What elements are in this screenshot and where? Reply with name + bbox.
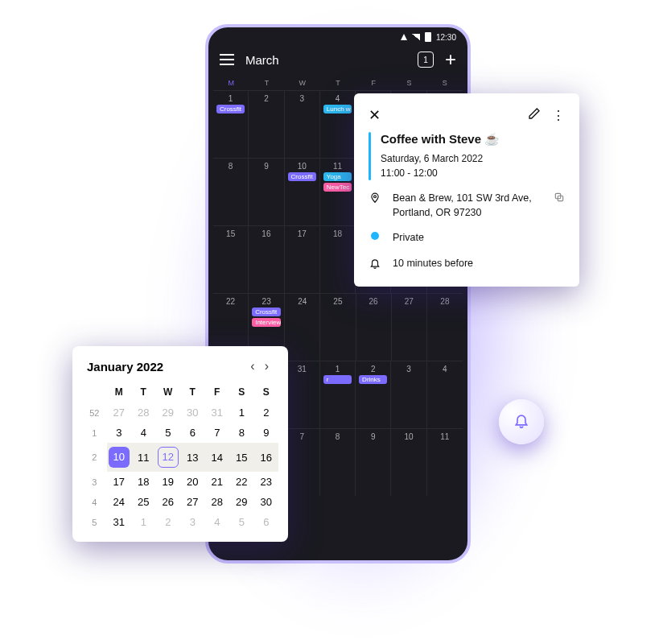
day-number: 23 bbox=[262, 297, 271, 306]
mini-day-cell[interactable]: 9 bbox=[254, 423, 279, 443]
event-chip[interactable]: Lunch w bbox=[323, 105, 352, 114]
mini-day-cell[interactable]: 7 bbox=[205, 423, 230, 443]
event-detail-popup: ✕ ⋮ Coffee with Steve ☕ Saturday, 6 Marc… bbox=[354, 93, 579, 287]
day-cell[interactable]: 2Drinks bbox=[356, 361, 391, 428]
mini-month-title[interactable]: January 2022 bbox=[87, 360, 245, 374]
mini-day-cell[interactable]: 4 bbox=[205, 512, 230, 532]
mini-day-cell[interactable]: 26 bbox=[156, 492, 181, 512]
day-cell[interactable]: 27 bbox=[392, 294, 427, 361]
mini-day-cell[interactable]: 23 bbox=[254, 472, 279, 492]
copy-icon[interactable] bbox=[554, 192, 565, 205]
mini-day-cell[interactable]: 29 bbox=[229, 492, 254, 512]
day-cell[interactable]: 11 bbox=[427, 429, 463, 496]
mini-day-cell[interactable]: 16 bbox=[254, 443, 279, 472]
mini-day-cell[interactable]: 17 bbox=[107, 472, 132, 492]
day-cell[interactable]: 4Lunch w bbox=[320, 91, 356, 158]
day-cell[interactable]: 3 bbox=[285, 91, 320, 158]
mini-day-cell[interactable]: 2 bbox=[156, 512, 181, 532]
mini-day-cell[interactable]: 10 bbox=[107, 443, 132, 472]
mini-day-cell[interactable]: 27 bbox=[180, 492, 205, 512]
mini-day-cell[interactable]: 4 bbox=[131, 423, 156, 443]
prev-month-button[interactable]: ‹ bbox=[245, 359, 259, 374]
event-reminder: 10 minutes before bbox=[393, 257, 565, 271]
mini-day-cell[interactable]: 15 bbox=[229, 443, 254, 472]
day-cell[interactable]: 9 bbox=[249, 159, 284, 225]
mini-day-cell[interactable]: 28 bbox=[205, 492, 230, 512]
mini-day-cell[interactable]: 3 bbox=[180, 512, 205, 532]
more-icon[interactable]: ⋮ bbox=[552, 108, 565, 123]
mini-day-cell[interactable]: 1 bbox=[131, 512, 156, 532]
day-cell[interactable]: 26 bbox=[356, 294, 392, 361]
add-event-button[interactable]: + bbox=[445, 50, 456, 69]
mini-day-cell[interactable]: 6 bbox=[180, 423, 205, 443]
day-cell[interactable]: 10 bbox=[391, 429, 426, 496]
day-cell[interactable]: 9 bbox=[356, 429, 391, 496]
day-cell[interactable]: 25 bbox=[320, 294, 356, 361]
mini-day-cell[interactable]: 2 bbox=[254, 402, 279, 423]
mini-day-cell[interactable]: 6 bbox=[254, 512, 279, 532]
day-cell[interactable]: 18 bbox=[320, 226, 356, 293]
mini-day-cell[interactable]: 5 bbox=[156, 423, 181, 443]
day-cell[interactable]: 31 bbox=[285, 361, 320, 428]
day-cell[interactable]: 24 bbox=[285, 294, 320, 361]
event-chip[interactable]: NewTec bbox=[323, 183, 352, 192]
day-cell[interactable]: 15 bbox=[213, 226, 249, 293]
menu-icon[interactable] bbox=[220, 54, 234, 65]
mini-day-cell[interactable]: 31 bbox=[205, 402, 230, 423]
day-cell[interactable]: 16 bbox=[249, 226, 284, 293]
day-cell[interactable]: 4 bbox=[427, 361, 463, 428]
day-cell[interactable]: 1r bbox=[320, 361, 356, 428]
mini-day-cell[interactable]: 30 bbox=[180, 402, 205, 423]
day-cell[interactable]: 17 bbox=[285, 226, 320, 293]
weekday-header: M bbox=[213, 79, 249, 87]
mini-day-cell[interactable]: 25 bbox=[131, 492, 156, 512]
mini-day-cell[interactable]: 1 bbox=[229, 402, 254, 423]
mini-day-cell[interactable]: 28 bbox=[131, 402, 156, 423]
next-month-button[interactable]: › bbox=[260, 359, 274, 374]
event-chip[interactable]: Interview bbox=[252, 318, 281, 327]
mini-day-cell[interactable]: 8 bbox=[229, 423, 254, 443]
day-cell[interactable]: 11YogaNewTec bbox=[320, 159, 356, 225]
mini-day-cell[interactable]: 18 bbox=[131, 472, 156, 492]
month-title[interactable]: March bbox=[245, 53, 406, 67]
mini-weekday-header: S bbox=[254, 382, 279, 402]
mini-day-cell[interactable]: 12 bbox=[156, 443, 181, 472]
mini-day-cell[interactable]: 14 bbox=[205, 443, 230, 472]
mini-day-cell[interactable]: 13 bbox=[180, 443, 205, 472]
mini-day-cell[interactable]: 31 bbox=[107, 512, 132, 532]
event-chip[interactable]: r bbox=[323, 375, 352, 384]
day-cell[interactable]: 1Crossfit bbox=[213, 91, 249, 158]
mini-day-cell[interactable]: 22 bbox=[229, 472, 254, 492]
weekday-header: F bbox=[356, 79, 391, 87]
event-chip[interactable]: Crossfit bbox=[216, 105, 245, 114]
edit-icon[interactable] bbox=[528, 107, 541, 123]
mini-day-cell[interactable]: 20 bbox=[180, 472, 205, 492]
day-cell[interactable]: 2 bbox=[249, 91, 284, 158]
day-number: 7 bbox=[299, 432, 304, 441]
mini-day-cell[interactable]: 3 bbox=[107, 423, 132, 443]
day-cell[interactable]: 10Crossfit bbox=[285, 159, 320, 225]
day-cell[interactable]: 7 bbox=[285, 429, 320, 496]
mini-day-cell[interactable]: 21 bbox=[205, 472, 230, 492]
event-chip[interactable]: Crossfit bbox=[288, 172, 316, 181]
mini-weekday-header: S bbox=[229, 382, 254, 402]
day-number: 2 bbox=[264, 94, 269, 103]
day-cell[interactable]: 8 bbox=[320, 429, 356, 496]
event-chip[interactable]: Crossfit bbox=[252, 308, 281, 316]
close-icon[interactable]: ✕ bbox=[369, 106, 517, 124]
mini-day-cell[interactable]: 30 bbox=[254, 492, 279, 512]
mini-day-cell[interactable]: 29 bbox=[156, 402, 181, 423]
mini-day-cell[interactable]: 27 bbox=[107, 402, 132, 423]
mini-day-cell[interactable]: 24 bbox=[107, 492, 132, 512]
day-cell[interactable]: 28 bbox=[427, 294, 463, 361]
mini-day-cell[interactable]: 5 bbox=[229, 512, 254, 532]
battery-icon bbox=[425, 32, 431, 42]
event-chip[interactable]: Drinks bbox=[359, 375, 387, 384]
day-cell[interactable]: 3 bbox=[391, 361, 426, 428]
mini-day-cell[interactable]: 11 bbox=[131, 443, 156, 472]
today-button[interactable]: 1 bbox=[418, 52, 434, 68]
event-chip[interactable]: Yoga bbox=[323, 172, 352, 181]
mini-day-cell[interactable]: 19 bbox=[156, 472, 181, 492]
day-cell[interactable]: 8 bbox=[213, 159, 249, 225]
notifications-fab[interactable] bbox=[499, 399, 544, 444]
